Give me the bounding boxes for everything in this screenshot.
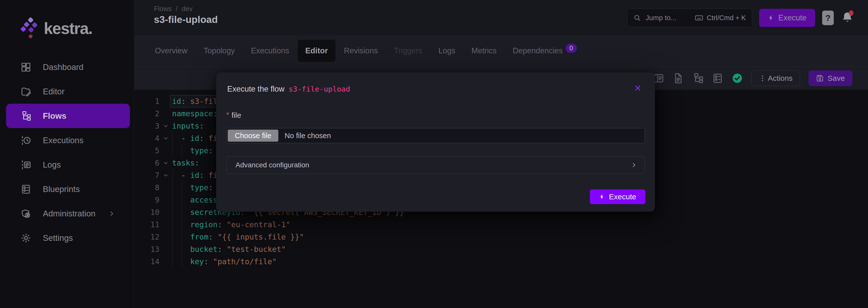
breadcrumb-item[interactable]: dev	[182, 5, 193, 13]
header-actions: Jump to... Ctrl/Cmd + K Execute ?	[627, 8, 854, 27]
kestra-logo[interactable]: kestra.	[21, 14, 92, 42]
fold-icon	[163, 172, 169, 178]
sidebar-item-settings[interactable]: Settings	[6, 226, 130, 250]
sidebar-item-dashboard[interactable]: Dashboard	[6, 55, 130, 79]
line-number: 8	[134, 183, 159, 192]
check-circle-icon	[732, 73, 743, 84]
sidebar-item-label: Blueprints	[43, 184, 80, 194]
editor-icon	[21, 86, 31, 97]
code-line-11[interactable]: 11 region: "eu-central-1"	[134, 218, 868, 231]
line-number: 12	[134, 233, 159, 241]
top-header: Flows/dev s3-file-upload Jump to... Ctrl…	[134, 0, 868, 35]
execute-button[interactable]: Execute	[759, 9, 815, 27]
code-line-14[interactable]: 14 key: "path/to/file"	[134, 255, 868, 268]
tab-topology[interactable]: Topology	[196, 40, 242, 62]
code-text: bucket: "test-bucket"	[172, 245, 286, 254]
code-text: from: "{{ inputs.file }}"	[172, 233, 304, 241]
tab-revisions[interactable]: Revisions	[337, 40, 385, 62]
tab-label: Overview	[155, 46, 187, 55]
fold-chevron-icon[interactable]	[159, 172, 172, 178]
code-line-12[interactable]: 12 from: "{{ inputs.file }}"	[134, 231, 868, 243]
search-icon	[633, 14, 641, 22]
blueprints-icon	[21, 184, 31, 195]
sidebar-item-label: Logs	[43, 160, 61, 170]
ballot-icon	[712, 73, 723, 84]
search-shortcut: Ctrl/Cmd + K	[695, 13, 746, 22]
ballot-icon[interactable]	[712, 73, 723, 84]
sidebar-item-label: Dashboard	[43, 62, 83, 72]
sidebar-item-logs[interactable]: Logs	[6, 152, 130, 177]
tab-label: Logs	[438, 46, 455, 55]
execute-flow-modal: Execute the flow s3-file-upload *file Ch…	[216, 72, 655, 212]
modal-title: Execute the flow	[227, 84, 284, 94]
tab-logs[interactable]: Logs	[431, 40, 463, 62]
fold-chevron-icon[interactable]	[159, 160, 172, 166]
sidebar-item-blueprints[interactable]: Blueprints	[6, 177, 130, 201]
modal-body: *file Choose file No file chosen Advance…	[216, 111, 655, 174]
tab-label: Metrics	[471, 46, 497, 55]
flows-icon	[21, 111, 31, 121]
file-icon[interactable]	[673, 73, 684, 84]
file-field-label: *file	[226, 111, 645, 119]
line-number: 6	[134, 159, 159, 167]
actions-button[interactable]: Actions	[751, 70, 800, 86]
sidebar-item-flows[interactable]: Flows	[6, 104, 130, 128]
close-icon[interactable]	[634, 84, 644, 94]
executions-icon	[21, 135, 31, 146]
check-circle-icon[interactable]	[732, 73, 743, 84]
tab-triggers[interactable]: Triggers	[386, 40, 430, 62]
fold-chevron-icon[interactable]	[159, 123, 172, 129]
fold-chevron-icon[interactable]	[159, 135, 172, 141]
file-upload-input[interactable]: Choose file No file chosen	[226, 128, 645, 143]
choose-file-button[interactable]: Choose file	[228, 130, 278, 142]
sidebar-item-label: Executions	[43, 136, 83, 145]
tab-label: Dependencies	[513, 46, 563, 55]
sidebar-item-administration[interactable]: Administration	[6, 201, 130, 226]
tab-label: Editor	[305, 46, 328, 55]
save-button[interactable]: Save	[809, 70, 852, 86]
line-number: 4	[134, 134, 159, 143]
sidebar-item-editor[interactable]: Editor	[6, 79, 130, 104]
required-marker: *	[226, 111, 229, 119]
code-text: key: "path/to/file"	[172, 257, 277, 266]
sidebar-item-label: Administration	[43, 209, 95, 218]
tab-dependencies[interactable]: Dependencies0	[505, 40, 584, 62]
code-line-13[interactable]: 13 bucket: "test-bucket"	[134, 243, 868, 255]
page-title: s3-file-upload	[154, 14, 218, 25]
tab-label: Triggers	[394, 46, 423, 55]
tab-label: Executions	[251, 46, 289, 55]
tree-icon	[692, 73, 704, 84]
modal-execute-button[interactable]: Execute	[590, 190, 645, 204]
kestra-logomark-icon	[21, 16, 39, 41]
chevron-right-icon	[108, 210, 115, 217]
help-icon[interactable]: ?	[822, 10, 834, 25]
line-number: 9	[134, 196, 159, 204]
notifications-bell-icon[interactable]	[841, 11, 854, 25]
fold-icon	[163, 160, 169, 166]
line-number: 14	[134, 257, 159, 266]
line-number: 13	[134, 245, 159, 254]
tab-overview[interactable]: Overview	[147, 40, 195, 62]
advanced-configuration-toggle[interactable]: Advanced configuration	[226, 156, 645, 174]
save-icon	[816, 74, 824, 82]
bolt-icon	[599, 194, 605, 200]
tab-metrics[interactable]: Metrics	[464, 40, 504, 62]
breadcrumb-item[interactable]: Flows	[154, 5, 172, 13]
code-text: inputs:	[172, 122, 204, 130]
tab-executions[interactable]: Executions	[243, 40, 297, 62]
logo-text: kestra.	[44, 19, 92, 38]
no-file-chosen-text: No file chosen	[285, 132, 331, 140]
search-input[interactable]: Jump to... Ctrl/Cmd + K	[627, 8, 752, 27]
sidebar-item-executions[interactable]: Executions	[6, 128, 130, 152]
bolt-icon	[768, 14, 774, 21]
actions-label: Actions	[768, 74, 793, 82]
notification-dot	[849, 10, 854, 16]
sidebar-nav: DashboardEditorFlowsExecutionsLogsBluepr…	[0, 55, 134, 250]
line-number: 1	[134, 97, 159, 106]
line-number: 2	[134, 109, 159, 118]
line-number: 10	[134, 208, 159, 217]
tree-icon[interactable]	[692, 73, 704, 84]
tab-editor[interactable]: Editor	[298, 40, 336, 62]
breadcrumb: Flows/dev	[154, 5, 193, 13]
dots-vertical-icon	[759, 74, 766, 82]
